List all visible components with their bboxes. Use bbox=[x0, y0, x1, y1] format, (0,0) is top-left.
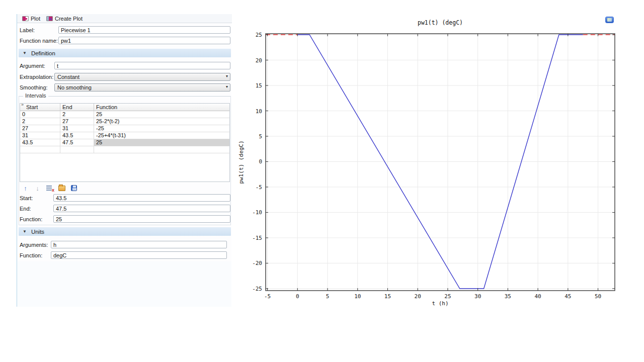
plot-icon bbox=[22, 16, 29, 21]
extrapolation-select[interactable]: Constant ▾ bbox=[54, 73, 230, 81]
svg-text:-15: -15 bbox=[252, 235, 262, 241]
cell-end[interactable]: 31 bbox=[60, 125, 94, 132]
argument-input[interactable] bbox=[54, 62, 230, 69]
table-row: 43.5 47.5 25 bbox=[20, 139, 229, 146]
open-folder-icon bbox=[58, 186, 65, 191]
create-plot-icon bbox=[46, 16, 53, 21]
save-to-file-button[interactable] bbox=[69, 184, 78, 192]
cell-function[interactable]: 25 bbox=[94, 111, 229, 118]
units-function-row: Function: bbox=[17, 251, 232, 259]
svg-text:10: 10 bbox=[256, 108, 262, 115]
units-function-label: Function: bbox=[20, 252, 42, 258]
plot-button[interactable]: Plot bbox=[21, 15, 42, 22]
cell-function[interactable]: -25 bbox=[94, 125, 229, 132]
end-input[interactable] bbox=[53, 205, 230, 212]
function-name-row: Function name: bbox=[17, 37, 232, 45]
function-label: Function: bbox=[20, 216, 42, 222]
column-header-start[interactable]: Start bbox=[20, 104, 60, 111]
units-arguments-row: Arguments: bbox=[17, 241, 232, 249]
cell-start[interactable]: 2 bbox=[20, 118, 60, 125]
label-field-label: Label: bbox=[20, 27, 35, 33]
cell-function[interactable]: -25+4*(t-31) bbox=[94, 132, 229, 139]
settings-toolbar: Plot Create Plot bbox=[17, 14, 232, 23]
cell-end[interactable]: 27 bbox=[60, 118, 94, 125]
units-arguments-label: Arguments: bbox=[20, 242, 48, 248]
start-label: Start: bbox=[20, 195, 33, 201]
svg-text:-10: -10 bbox=[252, 209, 262, 216]
settings-panel: Plot Create Plot Label: Function name: ▼… bbox=[17, 14, 231, 307]
svg-text:0: 0 bbox=[296, 293, 299, 300]
cell-end[interactable]: 43.5 bbox=[60, 132, 94, 139]
extrapolation-row: Extrapolation: Constant ▾ bbox=[17, 73, 232, 81]
function-name-input[interactable] bbox=[58, 37, 230, 44]
intervals-table-header: » Start End Function bbox=[20, 104, 229, 111]
svg-text:45: 45 bbox=[565, 293, 571, 300]
svg-text:t (h): t (h) bbox=[432, 300, 448, 307]
units-function-input[interactable] bbox=[51, 251, 227, 259]
table-corner-icon[interactable]: » bbox=[21, 102, 24, 107]
cell-end[interactable]: 47.5 bbox=[60, 139, 94, 146]
label-input[interactable] bbox=[58, 26, 230, 34]
svg-text:5: 5 bbox=[259, 133, 262, 140]
start-input[interactable] bbox=[53, 194, 230, 202]
units-header-label: Units bbox=[31, 229, 44, 235]
definition-header-label: Definition bbox=[31, 50, 55, 56]
smoothing-selected-value: No smoothing bbox=[57, 84, 92, 90]
svg-text:40: 40 bbox=[534, 293, 541, 300]
cell-end[interactable] bbox=[60, 146, 94, 153]
column-header-end[interactable]: End bbox=[60, 104, 94, 111]
svg-text:pw1(t) (degC): pw1(t) (degC) bbox=[418, 19, 463, 26]
arrow-up-icon: ↑ bbox=[24, 185, 27, 192]
definition-section-header[interactable]: ▼ Definition bbox=[19, 49, 231, 57]
svg-text:-5: -5 bbox=[264, 293, 271, 300]
cell-start[interactable]: 27 bbox=[20, 125, 60, 132]
svg-text:pw1(t) (degC): pw1(t) (degC) bbox=[238, 140, 245, 184]
move-down-button[interactable]: ↓ bbox=[33, 184, 42, 192]
plot-button-label: Plot bbox=[31, 16, 40, 22]
smoothing-select[interactable]: No smoothing ▾ bbox=[54, 83, 230, 92]
collapse-icon: ▼ bbox=[23, 51, 27, 55]
svg-text:5: 5 bbox=[326, 293, 330, 300]
argument-label: Argument: bbox=[20, 63, 45, 69]
chevron-down-icon: ▾ bbox=[226, 84, 228, 89]
svg-text:15: 15 bbox=[384, 293, 391, 300]
panel-empty-area bbox=[18, 261, 231, 307]
column-header-function[interactable]: Function bbox=[94, 104, 229, 111]
cell-function[interactable]: 25-2*(t-2) bbox=[94, 118, 229, 125]
cell-function[interactable] bbox=[94, 146, 229, 153]
cell-end[interactable]: 2 bbox=[60, 111, 94, 118]
intervals-legend: Intervals bbox=[23, 93, 48, 99]
cell-start[interactable]: 31 bbox=[20, 132, 60, 139]
units-section-header[interactable]: ▼ Units bbox=[19, 227, 231, 236]
svg-text:-25: -25 bbox=[252, 286, 262, 292]
svg-text:-20: -20 bbox=[252, 260, 262, 266]
svg-text:10: 10 bbox=[354, 293, 361, 300]
table-row: 2 27 25-2*(t-2) bbox=[20, 118, 229, 125]
units-arguments-input[interactable] bbox=[51, 241, 227, 248]
argument-row: Argument: bbox=[17, 62, 232, 70]
svg-text:25: 25 bbox=[444, 293, 451, 300]
chevron-down-icon: ▾ bbox=[226, 74, 228, 78]
delete-row-button[interactable]: x bbox=[45, 184, 54, 192]
table-row: 0 2 25 bbox=[20, 111, 229, 118]
smoothing-label: Smoothing: bbox=[20, 84, 48, 90]
svg-text:0: 0 bbox=[259, 158, 262, 165]
end-label: End: bbox=[20, 206, 31, 212]
load-from-file-button[interactable] bbox=[57, 184, 66, 192]
move-up-button[interactable]: ↑ bbox=[21, 184, 30, 192]
cell-function-selected[interactable]: 25 bbox=[94, 139, 229, 146]
extrapolation-selected-value: Constant bbox=[57, 74, 79, 80]
create-plot-button[interactable]: Create Plot bbox=[45, 15, 84, 22]
svg-text:25: 25 bbox=[256, 32, 262, 38]
plot-window-button[interactable] bbox=[605, 17, 614, 23]
intervals-table-toolbar: ↑ ↓ x bbox=[21, 184, 78, 193]
arrow-down-icon: ↓ bbox=[36, 185, 39, 192]
cell-start[interactable]: 43.5 bbox=[20, 139, 60, 146]
cell-start[interactable]: 0 bbox=[20, 111, 60, 118]
function-input[interactable] bbox=[53, 215, 230, 223]
svg-text:-5: -5 bbox=[256, 184, 262, 191]
cell-start[interactable] bbox=[20, 146, 60, 153]
plot-area: -505101520253035404550-25-20-15-10-50510… bbox=[236, 14, 624, 308]
svg-text:30: 30 bbox=[474, 293, 481, 300]
table-row: 27 31 -25 bbox=[20, 125, 229, 132]
